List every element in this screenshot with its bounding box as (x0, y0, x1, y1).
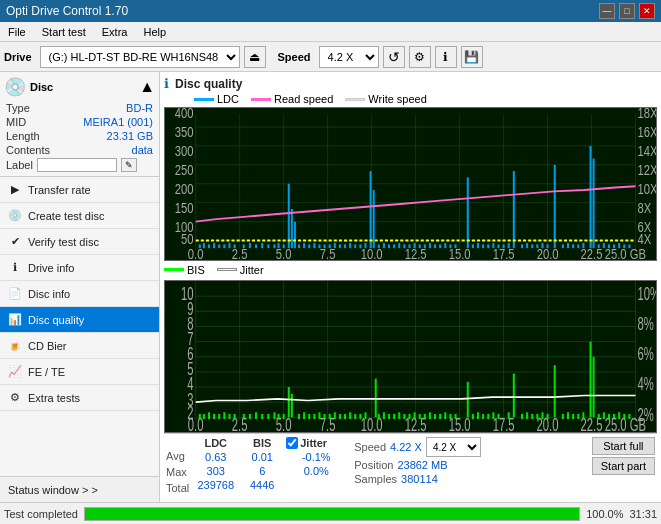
svg-rect-104 (487, 244, 489, 248)
disc-info-rows: Type BD-R MID MEIRA1 (001) Length 23.31 … (4, 102, 155, 172)
svg-rect-67 (267, 244, 269, 248)
svg-rect-199 (313, 413, 315, 418)
verify-disc-icon: ✔ (8, 235, 22, 249)
svg-rect-223 (444, 412, 446, 419)
svg-text:10.0: 10.0 (361, 247, 383, 259)
sidebar-item-extra-tests[interactable]: ⚙ Extra tests (0, 385, 159, 411)
svg-text:18X: 18X (638, 108, 656, 121)
svg-rect-239 (562, 413, 564, 418)
disc-label-edit-button[interactable]: ✎ (121, 158, 137, 172)
svg-rect-103 (482, 244, 484, 248)
svg-rect-73 (308, 244, 310, 248)
svg-text:20.0: 20.0 (537, 247, 559, 259)
disc-length-label: Length (6, 130, 40, 142)
drive-info-icon: ℹ (8, 261, 22, 275)
chart-header-icon: ℹ (164, 76, 169, 91)
settings-button[interactable]: ⚙ (409, 46, 431, 68)
bis-legend-label: BIS (187, 264, 205, 276)
close-button[interactable]: ✕ (639, 3, 655, 19)
disc-type-value: BD-R (126, 102, 153, 114)
svg-rect-80 (344, 244, 346, 248)
svg-rect-233 (521, 413, 523, 418)
svg-rect-197 (303, 412, 305, 419)
svg-rect-110 (526, 243, 528, 248)
stats-area: Avg Max Total LDC 0.63 303 239768 BIS 0.… (164, 433, 657, 498)
jitter-col-header: Jitter (300, 437, 327, 449)
info-button[interactable]: ℹ (435, 46, 457, 68)
svg-rect-63 (243, 244, 245, 248)
disc-label-input[interactable] (37, 158, 117, 172)
sidebar-item-fe-te[interactable]: 📈 FE / TE (0, 359, 159, 385)
svg-rect-81 (349, 243, 351, 248)
ldc-total-value: 239768 (193, 479, 238, 491)
svg-rect-212 (388, 413, 390, 418)
status-window-button[interactable]: Status window > > (0, 476, 159, 502)
sidebar-item-drive-info[interactable]: ℹ Drive info (0, 255, 159, 281)
menu-extra[interactable]: Extra (98, 25, 132, 39)
svg-text:15.0: 15.0 (449, 247, 471, 259)
chart-area: ℹ Disc quality LDC Read speed Write spee… (160, 72, 661, 502)
maximize-button[interactable]: □ (619, 3, 635, 19)
svg-rect-100 (454, 244, 456, 248)
sidebar-item-transfer-rate-label: Transfer rate (28, 184, 91, 196)
speed-select[interactable]: 4.2 X (319, 46, 379, 68)
sidebar-item-disc-info[interactable]: 📄 Disc info (0, 281, 159, 307)
write-speed-legend-color (345, 98, 365, 101)
minimize-button[interactable]: — (599, 3, 615, 19)
sidebar-item-verify-test-disc[interactable]: ✔ Verify test disc (0, 229, 159, 255)
sidebar-item-create-test-disc[interactable]: 💿 Create test disc (0, 203, 159, 229)
samples-value: 380114 (401, 473, 438, 485)
svg-rect-52 (234, 244, 236, 248)
svg-rect-83 (359, 244, 361, 248)
svg-rect-237 (541, 412, 543, 419)
jitter-checkbox[interactable] (286, 437, 298, 449)
disc-header: Disc (30, 81, 53, 93)
bis-max-value: 6 (242, 465, 282, 477)
drive-select[interactable]: (G:) HL-DT-ST BD-RE WH16NS48 1.D3 (40, 46, 240, 68)
start-buttons: Start full Start part (592, 437, 655, 475)
svg-rect-220 (429, 412, 431, 419)
jitter-max-value: 0.0% (286, 465, 346, 477)
menu-file[interactable]: File (4, 25, 30, 39)
disc-label-row: Label ✎ (6, 158, 153, 172)
svg-rect-181 (291, 393, 293, 417)
svg-text:0.0: 0.0 (188, 413, 204, 432)
svg-rect-56 (370, 171, 372, 248)
sidebar-item-disc-quality[interactable]: 📊 Disc quality (0, 307, 159, 333)
disc-mid-value: MEIRA1 (001) (83, 116, 153, 128)
disc-expand-icon[interactable]: ▲ (139, 78, 155, 96)
svg-rect-250 (628, 413, 630, 418)
svg-rect-47 (208, 244, 210, 248)
ldc-legend-label: LDC (217, 93, 239, 105)
sidebar-item-create-test-disc-label: Create test disc (28, 210, 104, 222)
disc-info-icon: 📄 (8, 287, 22, 301)
svg-text:17.5: 17.5 (493, 247, 515, 259)
svg-rect-72 (303, 243, 305, 248)
svg-rect-232 (508, 412, 510, 419)
svg-text:300: 300 (175, 144, 194, 159)
menu-help[interactable]: Help (139, 25, 170, 39)
progress-bar-fill (85, 508, 579, 520)
speed-stat-dropdown[interactable]: 4.2 X (426, 437, 481, 457)
svg-rect-45 (199, 244, 201, 248)
bottom-chart-svg: 10 9 8 7 6 5 4 3 2 10% 8% 6% (165, 281, 656, 433)
svg-rect-57 (373, 190, 375, 248)
svg-rect-218 (419, 413, 421, 418)
svg-rect-94 (424, 244, 426, 248)
status-bar: Test completed 100.0% 31:31 (0, 502, 661, 524)
sidebar-item-disc-info-label: Disc info (28, 288, 70, 300)
sidebar-item-transfer-rate[interactable]: ▶ Transfer rate (0, 177, 159, 203)
svg-rect-114 (547, 244, 549, 248)
sidebar-item-cd-bier[interactable]: 🍺 CD Bier (0, 333, 159, 359)
svg-rect-116 (567, 243, 569, 248)
eject-button[interactable]: ⏏ (244, 46, 266, 68)
svg-rect-71 (298, 244, 300, 248)
start-part-button[interactable]: Start part (592, 457, 655, 475)
start-full-button[interactable]: Start full (592, 437, 655, 455)
menu-start-test[interactable]: Start test (38, 25, 90, 39)
save-button[interactable]: 💾 (461, 46, 483, 68)
svg-text:200: 200 (175, 182, 194, 197)
svg-rect-249 (623, 413, 625, 418)
total-label: Total (166, 481, 189, 495)
refresh-button[interactable]: ↺ (383, 46, 405, 68)
